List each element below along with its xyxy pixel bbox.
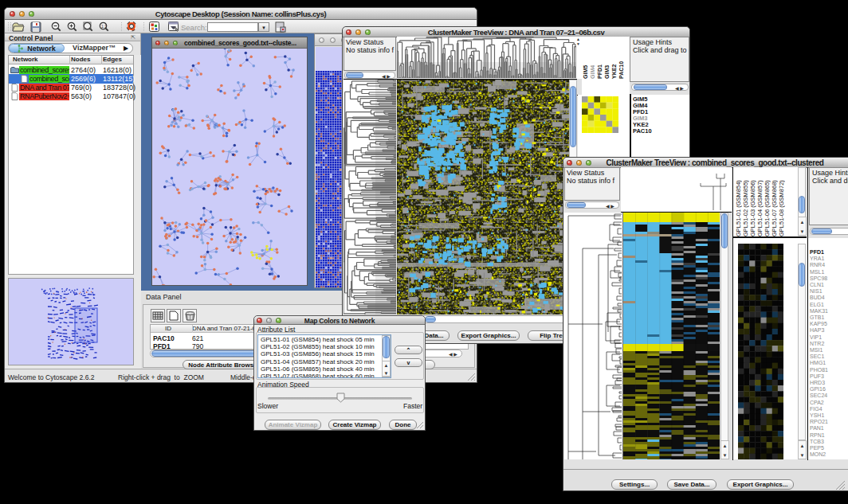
svg-text:1:1: 1:1 bbox=[101, 24, 107, 29]
